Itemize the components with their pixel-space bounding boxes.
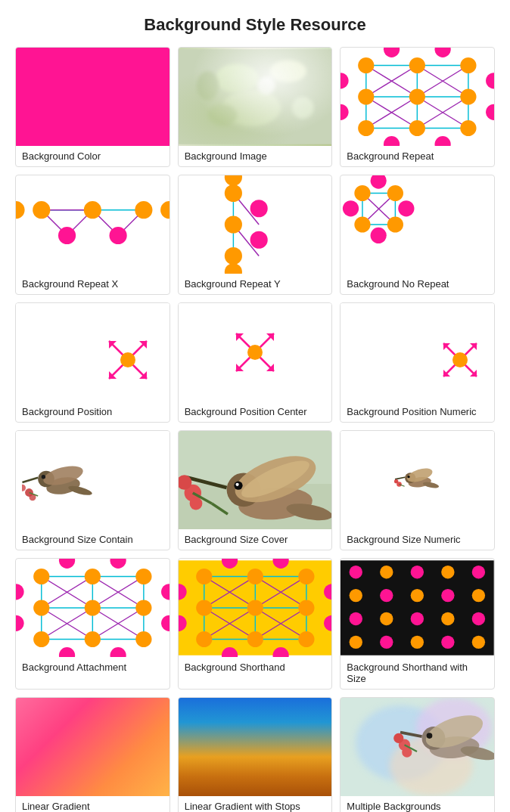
svg-point-216 [298,631,314,647]
card-bg-position-center[interactable]: Background Position Center [178,302,333,423]
svg-rect-0 [179,49,332,144]
svg-point-4 [257,77,275,95]
card-bg-shorthand-size[interactable]: Background Shorthand with Size [340,558,495,690]
svg-point-36 [409,120,425,136]
svg-point-173 [33,600,49,615]
card-bg-image[interactable]: Background Image [178,47,333,167]
svg-point-68 [224,247,241,265]
svg-point-66 [224,184,241,202]
visual-bg-shorthand [179,559,332,657]
svg-line-142 [395,477,405,479]
svg-point-3 [222,89,281,126]
card-bg-position-numeric[interactable]: Background Position Numeric [340,302,495,423]
svg-point-171 [85,569,101,584]
card-bg-repeat-x[interactable]: Background Repeat X [15,175,170,295]
svg-point-211 [196,600,212,615]
card-linear-gradient-stops[interactable]: Linear Gradient with Stops [178,697,333,812]
card-bg-no-repeat[interactable]: Background No Repeat [340,175,495,295]
svg-point-54 [33,201,50,218]
svg-point-176 [33,631,49,647]
label-bg-position: Background Position [16,401,169,422]
svg-point-58 [110,227,127,244]
svg-point-177 [85,631,101,647]
visual-multiple-backgrounds [341,698,494,796]
svg-point-87 [343,200,359,216]
svg-point-257 [394,733,404,743]
visual-bg-position [16,303,169,401]
svg-point-5 [207,104,237,126]
label-bg-size-cover: Background Size Cover [179,529,332,550]
label-bg-size-numeric: Background Size Numeric [341,529,494,550]
svg-point-86 [371,228,387,243]
visual-bg-image [179,48,332,146]
visual-bg-attachment [16,559,169,657]
svg-point-122 [22,484,26,491]
svg-point-7 [197,71,219,101]
label-bg-repeat-x: Background Repeat X [16,274,169,294]
svg-point-34 [461,88,477,104]
visual-linear-gradient-stops [179,698,332,796]
svg-point-228 [411,566,424,578]
svg-point-174 [85,600,101,615]
visual-bg-repeat-x [16,175,169,274]
label-bg-repeat: Background Repeat [341,146,494,166]
svg-point-240 [472,612,485,625]
svg-point-137 [189,497,202,510]
visual-bg-color [16,48,169,146]
card-bg-color[interactable]: Background Color [15,47,170,167]
svg-point-208 [196,569,212,584]
svg-point-83 [387,216,403,232]
card-bg-repeat[interactable]: Background Repeat [340,47,495,167]
label-linear-gradient-stops: Linear Gradient with Stops [179,796,332,812]
svg-point-239 [442,612,455,625]
svg-point-237 [380,612,393,625]
svg-point-57 [58,227,76,244]
label-bg-position-center: Background Position Center [179,401,332,422]
svg-point-82 [355,216,371,232]
visual-bg-size-contain [16,431,169,529]
label-bg-attachment: Background Attachment [16,657,169,677]
svg-rect-46 [16,177,169,271]
svg-point-229 [442,566,455,578]
label-bg-color: Background Color [16,146,169,166]
svg-point-35 [358,120,374,136]
card-linear-gradient[interactable]: Linear Gradient [15,697,170,812]
visual-bg-size-numeric [341,431,494,529]
svg-point-244 [442,636,455,649]
card-bg-attachment[interactable]: Background Attachment [15,558,170,690]
card-bg-position[interactable]: Background Position [15,302,170,423]
svg-line-117 [23,477,39,482]
svg-point-55 [84,201,101,218]
svg-point-147 [394,479,398,483]
svg-point-120 [42,475,45,479]
svg-point-81 [387,185,403,201]
card-multiple-backgrounds[interactable]: Multiple Backgrounds [340,697,495,812]
svg-point-241 [350,636,362,649]
svg-point-232 [380,589,393,602]
card-bg-size-contain[interactable]: Background Size Contain [15,430,170,550]
svg-point-213 [298,600,314,615]
svg-point-56 [135,201,152,218]
label-bg-shorthand-size: Background Shorthand with Size [341,657,494,689]
label-bg-no-repeat: Background No Repeat [341,274,494,294]
svg-point-231 [350,589,362,602]
visual-bg-position-center [179,303,332,401]
svg-point-69 [250,200,267,217]
card-bg-shorthand[interactable]: Background Shorthand [178,558,333,690]
label-bg-image: Background Image [179,146,332,166]
svg-point-212 [247,600,263,615]
svg-point-85 [399,200,415,216]
svg-point-227 [380,566,393,578]
svg-rect-61 [179,177,332,271]
svg-point-210 [298,569,314,584]
visual-bg-position-numeric [341,303,494,401]
svg-point-233 [411,589,424,602]
svg-point-175 [135,600,151,615]
card-bg-size-numeric[interactable]: Background Size Numeric [340,430,495,550]
svg-point-214 [196,631,212,647]
card-bg-size-cover[interactable]: Background Size Cover [178,430,333,550]
label-bg-size-contain: Background Size Contain [16,529,169,550]
svg-point-242 [380,636,393,649]
label-multiple-backgrounds: Multiple Backgrounds [341,796,494,812]
card-bg-repeat-y[interactable]: Background Repeat Y [178,175,333,295]
